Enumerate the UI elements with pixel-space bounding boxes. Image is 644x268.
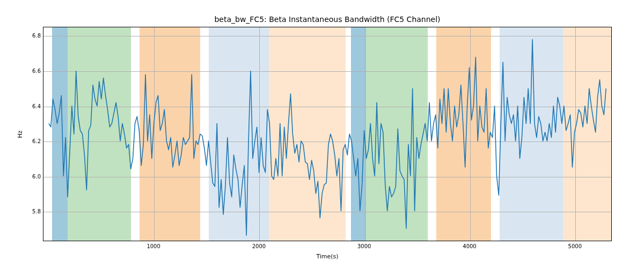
y-axis-label: Hz — [16, 27, 24, 241]
line-series — [43, 27, 611, 241]
x-tick-label: 3000 — [357, 243, 371, 249]
y-tick-label: 5.8 — [27, 209, 41, 214]
y-tick-label: 6.4 — [27, 103, 41, 109]
y-tick-label: 6.2 — [27, 138, 41, 144]
y-tick-label: 6.6 — [27, 68, 41, 73]
x-tick-label: 5000 — [568, 243, 582, 249]
x-tick-label: 4000 — [463, 243, 476, 249]
x-tick-label: 1000 — [147, 243, 160, 249]
x-axis-label: Time(s) — [43, 253, 612, 260]
y-tick-label: 6.8 — [27, 33, 41, 39]
figure: beta_bw_FC5: Beta Instantaneous Bandwidt… — [0, 0, 644, 268]
y-tick-label: 6.0 — [27, 173, 41, 179]
plot-area — [43, 27, 612, 241]
chart-title: beta_bw_FC5: Beta Instantaneous Bandwidt… — [43, 15, 612, 24]
x-tick-label: 2000 — [252, 243, 266, 249]
